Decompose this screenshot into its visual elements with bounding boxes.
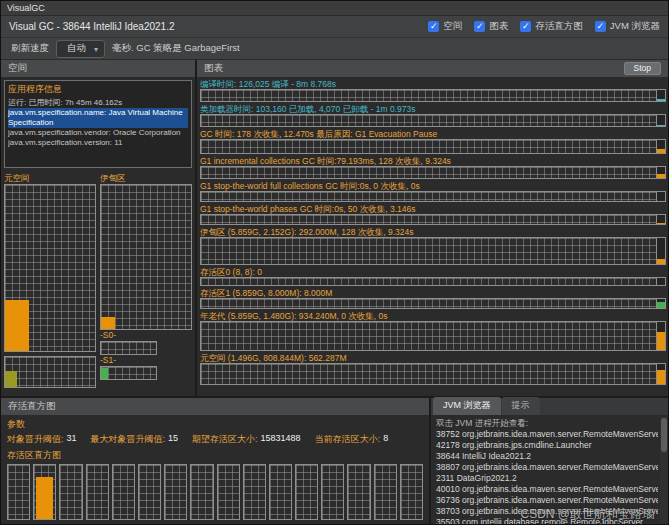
tab-jvm-browser[interactable]: JVM 浏览器 [433,397,501,415]
application-info-box[interactable]: 应用程序信息 运行: 已用时间: 7h 45m 46.162s java.vm.… [4,80,192,168]
current-value-bar [656,215,665,224]
jvm-process-item[interactable]: 40010 org.jetbrains.idea.maven.server.Re… [436,484,658,495]
chart-survivor0-grid [200,277,666,286]
jvm-process-item[interactable]: 38807 org.jetbrains.idea.maven.server.Re… [436,462,658,473]
toggle-graphs[interactable]: 图表 [474,20,508,33]
toggle-spaces[interactable]: 空间 [428,20,462,33]
chart-g1-phases-label: G1 stop-the-world phases GC 时间:0s, 50 次收… [200,204,666,214]
checkbox-checked-icon[interactable] [428,21,439,32]
compressed-class-usage-bar [5,371,17,388]
view-toggles: 空间 图表 存活直方图 JVM 浏览器 [428,20,660,33]
param-desired-survivor-size: 期望存活区大小: 15831488 [192,433,301,446]
scrollbar[interactable] [660,416,668,525]
toggle-jvm-browser-label: JVM 浏览器 [610,20,660,33]
chart-old-gen-grid [200,321,666,351]
app-info-line-selected[interactable]: java.vm.specification.name: Java Virtual… [8,108,188,128]
metaspace-grid [4,184,96,352]
tab-hints[interactable]: 提示 [502,397,540,415]
jvm-process-item[interactable]: 36736 org.jetbrains.idea.maven.server.Re… [436,495,658,506]
chart-eden: 伊甸区 (5.859G, 2.152G): 292.000M, 128 次收集,… [200,227,666,265]
chart-survivor1: 存活区1 (5.859G, 8.000M): 8.000M [200,288,666,309]
param-tenuring-threshold: 对象晋升阈值: 31 [7,433,77,446]
histogram-bin [321,464,344,520]
eden-column: 伊甸区 -S0- -S1- [100,173,192,392]
histogram-bin [243,464,266,520]
graphs-panel-header: 图表 Stop [197,60,668,77]
jvm-process-item[interactable]: 42178 org.jetbrains.jps.cmdline.Launcher [436,440,658,451]
chart-survivor0-label: 存活区0 (8, 8): 0 [200,267,666,277]
toggle-jvm-browser[interactable]: JVM 浏览器 [595,20,660,33]
app-info-line[interactable]: java.vm.specification.version: 11 [8,138,188,148]
window-titlebar[interactable]: VisualGC [1,1,668,16]
histogram-bin [400,464,423,520]
survivor-histogram-title: 存活区直方图 [7,449,423,462]
chart-compile-time-label: 编译时间: 126,025 编译 - 8m 8.768s [200,79,666,89]
watermark-text: CSDN @敢世航和宝路瑙 [520,509,654,520]
survivor0-grid [100,341,157,355]
chart-classloader-time-label: 类加载器时间: 103,160 已加载, 4,070 已卸载 - 1m 0.97… [200,104,666,114]
histogram-bin [33,464,56,520]
params-row: 对象晋升阈值: 31 最大对象晋升阈值: 15 期望存活区大小: 1583148… [7,433,423,446]
histogram-bin [112,464,135,520]
chart-gc-time-grid [200,139,666,154]
refresh-rate-label: 刷新速度 [11,42,49,55]
metaspace-column: 元空间 [4,173,96,392]
current-value-bar [656,140,665,153]
histogram-bin-fill [36,477,53,519]
eden-grid [100,184,192,330]
spaces-visualization: 元空间 伊甸区 -S0- -S1- [1,171,195,396]
charts-stack: 编译时间: 126,025 编译 - 8m 8.768s 类加载器时间: 103… [197,77,668,396]
current-value-bar [656,299,665,308]
chart-gc-time: GC 时间: 178 次收集, 12.470s 最后原因: G1 Evacuat… [200,129,666,154]
histogram-bin [164,464,187,520]
jvm-process-list: 双击 JVM 进程开始查看: 38752 org.jetbrains.idea.… [431,416,668,525]
jvm-process-item[interactable]: 38752 org.jetbrains.idea.maven.server.Re… [436,429,658,440]
histogram-panel: 存活直方图 参数 对象晋升阈值: 31 最大对象晋升阈值: 15 期望存活区大小… [1,398,431,525]
chart-survivor1-grid [200,298,666,309]
toggle-histogram-label: 存活直方图 [535,20,583,33]
survivor-histogram-boxes [7,464,423,520]
chart-compile-time: 编译时间: 126,025 编译 - 8m 8.768s [200,79,666,102]
histogram-panel-title: 存活直方图 [8,400,56,413]
jvm-process-item[interactable]: 2311 DataGrip2021.2 [436,473,658,484]
checkbox-checked-icon[interactable] [474,21,485,32]
chart-compile-time-grid [200,89,666,102]
app-header: Visual GC - 38644 IntelliJ Idea2021.2 空间… [1,16,668,38]
scrollbar-thumb[interactable] [661,418,667,452]
jvm-process-item[interactable]: 38644 IntelliJ Idea2021.2 [436,451,658,462]
chart-g1-incremental: G1 incremental collections GC 时间:79.193m… [200,156,666,179]
chart-survivor1-label: 存活区1 (5.859G, 8.000M): 8.000M [200,288,666,298]
app-info-line[interactable]: 运行: 已用时间: 7h 45m 46.162s [8,98,188,108]
chart-g1-full: G1 stop-the-world full collections GC 时间… [200,181,666,202]
param-current-survivor-size: 当前存活区大小: 8 [315,433,389,446]
chart-metaspace-grid [200,363,666,385]
refresh-rate-value: 自动 [67,42,86,55]
app-info-line[interactable]: java.vm.specification.vendor: Oracle Cor… [8,128,188,138]
metaspace-label: 元空间 [4,173,96,184]
current-value-bar [656,278,665,285]
chart-g1-full-label: G1 stop-the-world full collections GC 时间… [200,181,666,191]
histogram-bin [138,464,161,520]
toolbar: 刷新速度 自动 毫秒. GC 策略是 GarbageFirst [1,38,668,60]
current-value-bar [656,322,665,350]
chevron-down-icon [94,43,98,54]
chart-metaspace-label: 元空间 (1.496G, 808.844M): 562.287M [200,353,666,363]
current-value-bar [656,238,665,264]
stop-button[interactable]: Stop [624,62,662,75]
toggle-histogram[interactable]: 存活直方图 [520,20,583,33]
compressed-class-grid [4,356,96,388]
histogram-body: 参数 对象晋升阈值: 31 最大对象晋升阈值: 15 期望存活区大小: 1583… [1,415,429,525]
chart-eden-label: 伊甸区 (5.859G, 2.152G): 292.000M, 128 次收集,… [200,227,666,237]
checkbox-checked-icon[interactable] [595,21,606,32]
chart-g1-incremental-label: G1 incremental collections GC 时间:79.193m… [200,156,666,166]
current-value-bar [656,192,665,201]
chart-old-gen: 年老代 (5.859G, 1.480G): 934.240M, 0 次收集, 0… [200,311,666,351]
checkbox-checked-icon[interactable] [520,21,531,32]
chart-old-gen-label: 年老代 (5.859G, 1.480G): 934.240M, 0 次收集, 0… [200,311,666,321]
refresh-rate-dropdown[interactable]: 自动 [56,40,105,58]
histogram-bin [190,464,213,520]
graphs-panel-title: 图表 [204,62,223,75]
main-area: 空间 应用程序信息 运行: 已用时间: 7h 45m 46.162s java.… [1,60,668,396]
chart-g1-phases: G1 stop-the-world phases GC 时间:0s, 50 次收… [200,204,666,225]
chart-g1-phases-grid [200,214,666,225]
